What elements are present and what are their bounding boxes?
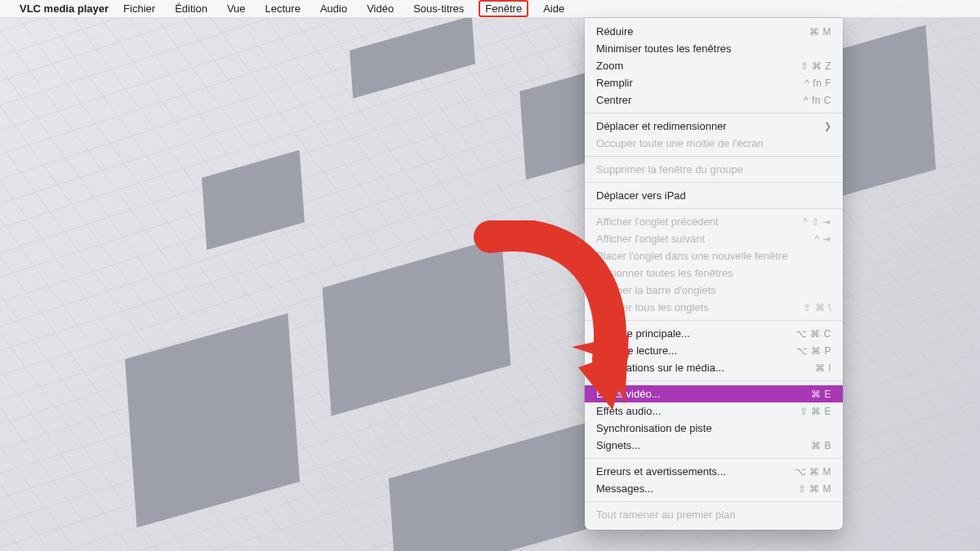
menu-audio[interactable]: Audio: [317, 1, 350, 16]
menuitem-label: Afficher l'onglet précédent: [596, 216, 796, 228]
menu-separator: [585, 208, 843, 209]
menuitem-shortcut: ⌘ E: [811, 389, 831, 400]
menuitem-liste-de-lecture[interactable]: Liste de lecture...⌥ ⌘ P: [585, 342, 843, 359]
menuitem-reduire[interactable]: Réduire⌘ M: [585, 23, 843, 40]
menuitem-messages[interactable]: Messages...⇧ ⌘ M: [585, 480, 843, 497]
menu-separator: [585, 380, 843, 381]
menuitem-afficher-la-barre-d-onglets: Afficher la barre d'onglets: [585, 282, 843, 299]
menu-aide[interactable]: Aide: [540, 1, 568, 16]
menuitem-erreurs-et-avertissements[interactable]: Erreurs et avertissements...⌥ ⌘ M: [585, 463, 843, 480]
menuitem-shortcut: ^ fn C: [804, 95, 831, 106]
menuitem-label: Signets...: [596, 439, 804, 451]
menuitem-shortcut: ⇧ ⌘ Z: [800, 60, 832, 72]
menuitem-zoom[interactable]: Zoom⇧ ⌘ Z: [585, 57, 843, 74]
menu-separator: [585, 458, 843, 459]
menuitem-label: Afficher la barre d'onglets: [596, 284, 831, 296]
menuitem-shortcut: ⌥ ⌘ C: [795, 328, 831, 340]
menuitem-label: Zoom: [596, 60, 794, 72]
menuitem-label: Messages...: [596, 482, 791, 495]
chevron-right-icon: ❯: [824, 121, 831, 131]
menuitem-label: Afficher l'onglet suivant: [596, 233, 808, 245]
menuitem-label: Déplacer et redimensionner: [596, 120, 817, 132]
menu-fichier[interactable]: Fichier: [120, 1, 158, 16]
app-name[interactable]: VLC media player: [20, 2, 109, 15]
menuitem-shortcut: ⇧ ⌘ \: [803, 302, 831, 313]
menuitem-shortcut: ^ ⇥: [815, 233, 831, 245]
menuitem-label: Informations sur le média...: [596, 362, 808, 374]
menuitem-afficher-l-onglet-precedent: Afficher l'onglet précédent^ ⇧ ⇥: [585, 213, 843, 230]
menuitem-label: Liste de lecture...: [596, 344, 790, 357]
menuitem-shortcut: ⌥ ⌘ P: [796, 345, 831, 357]
menuitem-shortcut: ⌥ ⌘ M: [795, 466, 831, 478]
menuitem-tout-ramener-au-premier-plan: Tout ramener au premier plan: [585, 506, 843, 523]
menu-separator: [585, 320, 843, 321]
menuitem-label: Remplir: [596, 77, 798, 89]
menuitem-label: Afficher tous les onglets: [596, 301, 796, 313]
menuitem-shortcut: ^ fn F: [804, 78, 831, 89]
menuitem-remplir[interactable]: Remplir^ fn F: [585, 74, 843, 91]
menu-edition[interactable]: Édition: [172, 1, 211, 16]
menuitem-label: Synchronisation de piste: [596, 422, 831, 434]
menubar: VLC media player FichierÉditionVueLectur…: [0, 0, 980, 18]
menuitem-supprimer-la-fenetre-du-groupe: Supprimer la fenêtre du groupe: [585, 161, 843, 178]
menuitem-centrer[interactable]: Centrer^ fn C: [585, 91, 843, 109]
menuitem-minimiser-toutes-les-fenetres[interactable]: Minimiser toutes les fenêtres: [585, 40, 843, 57]
menuitem-afficher-l-onglet-suivant: Afficher l'onglet suivant^ ⇥: [585, 230, 843, 247]
menuitem-effets-audio[interactable]: Effets audio...⇧ ⌘ E: [585, 402, 843, 420]
menuitem-label: Minimiser toutes les fenêtres: [596, 42, 831, 55]
menuitem-label: Effets vidéo...: [596, 388, 804, 400]
menuitem-shortcut: ⌘ I: [815, 362, 831, 374]
menuitem-label: Déplacer vers iPad: [596, 189, 831, 202]
menuitem-label: Effets audio...: [596, 405, 793, 417]
menuitem-shortcut: ^ ⇧ ⇥: [803, 216, 831, 228]
menuitem-label: Supprimer la fenêtre du groupe: [596, 163, 831, 176]
menuitem-deplacer-vers-ipad[interactable]: Déplacer vers iPad: [585, 187, 843, 204]
menuitem-label: Placer l'onglet dans une nouvelle fenêtr…: [596, 250, 831, 262]
menu-fenetre[interactable]: Fenêtre: [480, 2, 527, 16]
menuitem-label: Réduire: [596, 25, 803, 38]
menu-lecture[interactable]: Lecture: [262, 1, 304, 16]
menuitem-occuper-toute-une-moitie-de-l-ecran: Occuper toute une moitié de l'écran: [585, 135, 843, 152]
menuitem-label: Centrer: [596, 94, 797, 106]
menuitem-label: Fusionner toutes les fenêtres: [596, 267, 831, 279]
menuitem-label: Erreurs et avertissements...: [596, 465, 788, 478]
menuitem-fenetre-principale[interactable]: Fenêtre principale...⌥ ⌘ C: [585, 325, 843, 342]
menuitem-shortcut: ⌘ B: [811, 440, 831, 451]
menu-video[interactable]: Vidéo: [363, 1, 397, 16]
menuitem-synchronisation-de-piste[interactable]: Synchronisation de piste: [585, 420, 843, 437]
menuitem-signets[interactable]: Signets...⌘ B: [585, 437, 843, 454]
menuitem-label: Tout ramener au premier plan: [596, 509, 831, 521]
menuitem-label: Fenêtre principale...: [596, 327, 789, 340]
menuitem-effets-video[interactable]: Effets vidéo...⌘ E: [585, 385, 843, 402]
menuitem-label: Occuper toute une moitié de l'écran: [596, 137, 831, 149]
menuitem-placer-l-onglet-dans-une-nouvelle-fenetre: Placer l'onglet dans une nouvelle fenêtr…: [585, 247, 843, 264]
menu-vue[interactable]: Vue: [224, 1, 249, 16]
menu-separator: [585, 113, 843, 113]
window-menu-dropdown: Réduire⌘ MMinimiser toutes les fenêtresZ…: [585, 18, 843, 530]
menuitem-informations-sur-le-media[interactable]: Informations sur le média...⌘ I: [585, 359, 843, 376]
menu-separator: [585, 501, 843, 502]
menuitem-fusionner-toutes-les-fenetres: Fusionner toutes les fenêtres: [585, 264, 843, 282]
menuitem-shortcut: ⇧ ⌘ M: [798, 483, 831, 495]
menuitem-shortcut: ⌘ M: [809, 26, 831, 38]
menu-sous-titres[interactable]: Sous-titres: [410, 1, 467, 16]
menuitem-shortcut: ⇧ ⌘ E: [800, 406, 831, 417]
menuitem-deplacer-et-redimensionner[interactable]: Déplacer et redimensionner❯: [585, 118, 843, 135]
menuitem-afficher-tous-les-onglets: Afficher tous les onglets⇧ ⌘ \: [585, 299, 843, 316]
menu-separator: [585, 156, 843, 157]
menu-separator: [585, 182, 843, 183]
